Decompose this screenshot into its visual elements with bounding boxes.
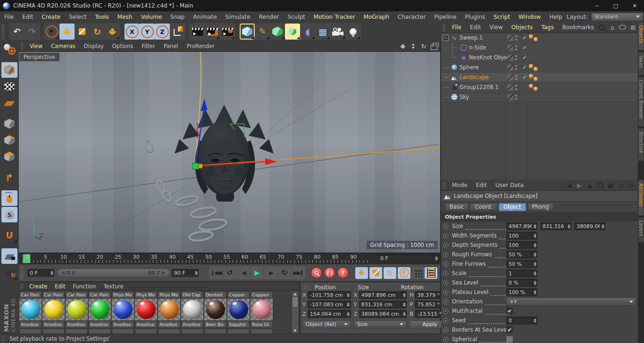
menu-sculpt[interactable]: Sculpt: [283, 12, 309, 22]
layer-box-icon[interactable]: [507, 65, 513, 71]
enabled-check-icon[interactable]: ✔: [522, 44, 527, 51]
scale-field[interactable]: 1: [506, 270, 537, 278]
spinner-arrows-icon[interactable]: [401, 310, 407, 318]
close-button[interactable]: ✕: [625, 0, 644, 11]
menu-motion-tracker[interactable]: Motion Tracker: [309, 12, 360, 22]
object-name[interactable]: Sweep.1: [460, 34, 483, 41]
points-mode-icon[interactable]: [1, 116, 17, 131]
redo-icon[interactable]: ↷: [25, 24, 40, 40]
depth-segments-field[interactable]: 100: [506, 241, 537, 249]
enabled-check-icon[interactable]: ✔: [522, 54, 527, 61]
landscape-object-icon[interactable]: [451, 74, 458, 81]
size-field-1[interactable]: 831.316 cm: [540, 222, 571, 230]
sweep-object-icon[interactable]: ∿: [451, 34, 458, 41]
visibility-dots-icon[interactable]: [515, 75, 517, 80]
spinner-arrows-icon[interactable]: [600, 222, 605, 230]
previous-frame-button[interactable]: ◀: [237, 267, 251, 279]
light-icon[interactable]: [345, 24, 360, 40]
layer-box-icon[interactable]: [507, 55, 513, 61]
material-preview[interactable]: [42, 299, 65, 320]
tab-phong[interactable]: Phong: [527, 203, 554, 211]
rotate-view-icon[interactable]: ↻: [419, 42, 428, 50]
visibility-dots-icon[interactable]: [515, 45, 517, 50]
size-y-field[interactable]: 831.316 cm: [359, 301, 407, 309]
material-item[interactable]: Car PainAnodise: [88, 291, 111, 328]
material-menu-create[interactable]: Create: [25, 283, 51, 290]
polygon-mode-icon[interactable]: [1, 149, 17, 164]
material-preview[interactable]: [135, 299, 157, 320]
material-name[interactable]: Car Pain: [19, 291, 42, 298]
om-menu-objects[interactable]: Objects: [507, 22, 537, 33]
object-name[interactable]: n-Side: [469, 44, 486, 51]
multifractal-checkbox[interactable]: ✔: [506, 308, 513, 314]
toggle-view-icon[interactable]: [430, 42, 438, 50]
tag-icon[interactable]: [529, 34, 533, 39]
animation-dot-icon[interactable]: [443, 271, 448, 276]
material-item[interactable]: Car PainAnodise: [65, 291, 88, 328]
toolbar-grip[interactable]: [1, 24, 5, 40]
timeline-frame-field[interactable]: 0 F: [378, 254, 439, 262]
spinner-arrows-icon[interactable]: [532, 279, 537, 287]
menu-mograph[interactable]: MoGraph: [360, 12, 394, 22]
key-rotation-toggle[interactable]: ↻: [384, 267, 396, 279]
generator-icon[interactable]: [270, 24, 285, 40]
material-name[interactable]: Old Cop: [181, 291, 203, 298]
material-name[interactable]: Car Pain: [89, 291, 111, 298]
transport-grip[interactable]: [20, 266, 24, 280]
om-search-icon[interactable]: [598, 24, 606, 31]
object-name[interactable]: Sphere: [460, 64, 479, 71]
am-add-icon[interactable]: ⊞: [627, 181, 635, 189]
material-name[interactable]: Car Pain: [66, 291, 88, 298]
enabled-check-icon[interactable]: ✔: [522, 34, 527, 41]
menu-file[interactable]: File: [0, 12, 18, 22]
spinner-arrows-icon[interactable]: [401, 291, 407, 299]
maximize-button[interactable]: □: [606, 0, 625, 11]
spinner-arrows-icon[interactable]: [345, 291, 351, 299]
material-label[interactable]: Anodise: [42, 321, 65, 328]
material-menu-edit[interactable]: Edit: [51, 283, 69, 290]
animation-dot-icon[interactable]: [443, 280, 448, 286]
size-mode-dropdown[interactable]: Size: [354, 320, 407, 328]
camera-icon[interactable]: [330, 24, 345, 40]
material-item[interactable]: Phys MeAnodise: [111, 291, 134, 328]
viewport-menu-display[interactable]: Display: [79, 41, 108, 51]
group-object-icon[interactable]: [451, 84, 458, 91]
position-z-field[interactable]: 154.064 cm: [308, 310, 351, 318]
object-name[interactable]: Sky: [460, 94, 469, 100]
material-preview[interactable]: [66, 299, 88, 320]
neoknot-object-icon[interactable]: ◆: [460, 54, 467, 61]
play-button[interactable]: ▶: [251, 267, 264, 279]
material-item[interactable]: Car PainAnodise: [42, 291, 65, 328]
menu-window[interactable]: Window: [514, 12, 545, 22]
tab-coord[interactable]: Coord.: [470, 203, 497, 211]
material-name[interactable]: Dented: [204, 291, 226, 298]
visibility-dots-icon[interactable]: [515, 85, 517, 90]
menu-help[interactable]: Help: [545, 12, 566, 22]
visibility-dots-icon[interactable]: [515, 55, 517, 60]
material-preview[interactable]: [227, 299, 250, 320]
animation-dot-icon[interactable]: [443, 224, 448, 229]
spinner-arrows-icon[interactable]: [532, 288, 537, 296]
goto-start-button[interactable]: ◀◀: [209, 267, 223, 279]
coord-mode-dropdown[interactable]: Object (Rel): [302, 320, 351, 328]
am-search-icon[interactable]: [596, 181, 604, 189]
coordinate-grip[interactable]: [304, 285, 307, 290]
spinner-arrows-icon[interactable]: [566, 222, 571, 230]
model-mode-icon[interactable]: [1, 62, 17, 78]
next-frame-button[interactable]: ▶: [264, 267, 278, 279]
spinner-arrows-icon[interactable]: [532, 251, 537, 259]
material-preview[interactable]: [251, 299, 273, 320]
layer-box-icon[interactable]: [507, 45, 513, 51]
menu-script[interactable]: Script: [489, 12, 514, 22]
position-y-field[interactable]: -107.083 cm: [308, 301, 351, 309]
material-preview[interactable]: [112, 299, 134, 320]
viewport-grip[interactable]: [20, 42, 24, 50]
coord-system-icon[interactable]: [170, 24, 185, 40]
viewport-menu-cameras[interactable]: Cameras: [47, 41, 79, 51]
side-tab-structure[interactable]: Structure: [638, 128, 644, 161]
material-label[interactable]: Anodise: [66, 321, 88, 328]
sweep-icon[interactable]: [285, 24, 300, 40]
spinner-arrows-icon[interactable]: [532, 241, 537, 249]
lock-x-icon[interactable]: X: [125, 24, 140, 40]
dolly-view-icon[interactable]: ↕: [409, 42, 418, 50]
